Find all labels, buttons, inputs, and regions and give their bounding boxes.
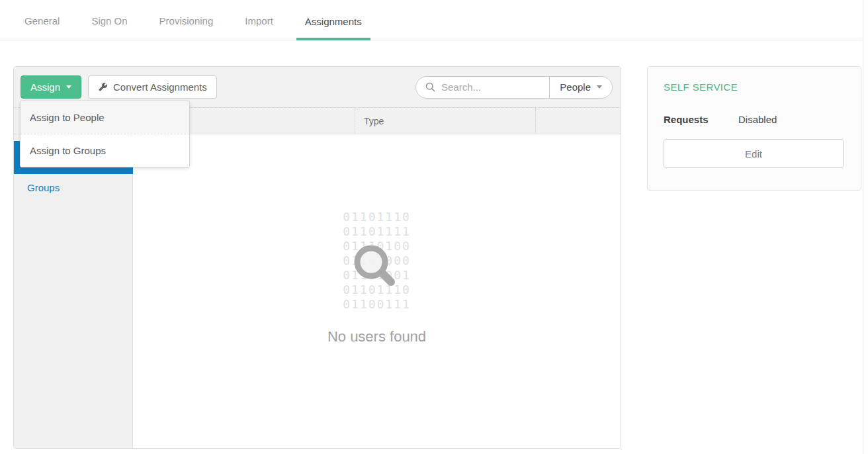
assignments-table-body: People Groups 01101110 01101111 01110100… [14, 134, 621, 448]
wrench-icon [98, 82, 108, 92]
chevron-down-icon [66, 85, 71, 89]
search-input[interactable] [441, 81, 541, 93]
column-header-type: Type [355, 108, 535, 134]
search-icon [425, 81, 436, 93]
assignment-filter-sidebar: People Groups [14, 134, 133, 448]
tab-assignments[interactable]: Assignments [296, 16, 370, 40]
requests-status-value: Disabled [738, 114, 777, 125]
app-tab-bar: General Sign On Provisioning Import Assi… [0, 0, 862, 40]
binary-line: 01101111 [133, 224, 621, 239]
search-scope-dropdown[interactable]: People [549, 77, 612, 98]
tab-sign-on[interactable]: Sign On [83, 15, 136, 40]
convert-assignments-label: Convert Assignments [113, 81, 207, 93]
search-scope-value: People [560, 81, 591, 93]
search-filter-control: People [415, 76, 613, 99]
column-header-actions [535, 108, 621, 134]
assign-button-label: Assign [30, 81, 60, 93]
assign-dropdown-menu: Assign to People Assign to Groups [20, 101, 190, 167]
edit-button[interactable]: Edit [664, 139, 844, 168]
sidebar-item-groups[interactable]: Groups [14, 174, 133, 201]
binary-line: 01101110 [133, 210, 621, 224]
self-service-panel: SELF SERVICE Requests Disabled Edit [647, 66, 861, 191]
chevron-down-icon [597, 85, 602, 89]
tab-general[interactable]: General [16, 15, 68, 40]
requests-row: Requests Disabled [664, 114, 845, 125]
page-edge-line [863, 0, 863, 454]
search-field-wrap [416, 77, 549, 98]
no-users-found-message: No users found [133, 328, 621, 345]
menu-item-assign-to-people[interactable]: Assign to People [21, 101, 189, 134]
tab-import[interactable]: Import [236, 15, 282, 40]
tab-provisioning[interactable]: Provisioning [151, 15, 222, 40]
binary-line: 01100111 [133, 297, 621, 312]
assign-button[interactable]: Assign [21, 75, 81, 99]
empty-state-area: 01101110 01101111 01110100 01101000 0110… [133, 134, 621, 448]
requests-label: Requests [664, 114, 738, 125]
menu-item-assign-to-groups[interactable]: Assign to Groups [21, 134, 189, 167]
magnifier-icon [351, 242, 406, 297]
convert-assignments-button[interactable]: Convert Assignments [88, 75, 217, 99]
self-service-title: SELF SERVICE [664, 81, 845, 93]
